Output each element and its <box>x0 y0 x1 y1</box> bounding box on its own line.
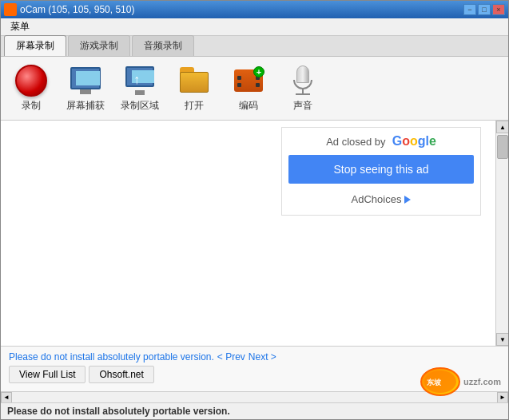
minimize-button[interactable]: − <box>463 4 476 15</box>
tab-bar: 屏幕录制 游戏录制 音频录制 <box>1 36 508 57</box>
watermark: 东坡 uzzf.com <box>420 367 501 396</box>
ohsoft-button[interactable]: Ohsoft.net <box>89 366 153 383</box>
watermark-domain: uzzf.com <box>463 377 501 386</box>
ad-panel: Ad closed by Google Stop seeing this ad … <box>1 121 495 346</box>
adchoices-icon <box>404 196 411 204</box>
adchoices-label: AdChoices <box>352 193 402 205</box>
scrollbar: ▲ ▼ <box>495 121 508 346</box>
view-full-list-button[interactable]: View Full List <box>9 366 85 383</box>
close-button[interactable]: × <box>492 4 505 15</box>
record-button[interactable]: 录制 <box>7 61 55 116</box>
content-area: Ad closed by Google Stop seeing this ad … <box>1 121 508 346</box>
portable-warning-link[interactable]: Please do not install absolutely portabl… <box>9 351 214 363</box>
mic-icon <box>286 65 320 97</box>
watermark-logo: 东坡 <box>420 367 460 396</box>
adchoices-row: AdChoices <box>288 190 474 208</box>
record-area-button[interactable]: ↑ 录制区域 <box>116 61 164 116</box>
menu-item-menu[interactable]: 菜单 <box>4 18 36 35</box>
app-window: oCam (105, 105, 950, 510) − □ × 菜单 屏幕录制 … <box>0 0 509 420</box>
stop-ad-button[interactable]: Stop seeing this ad <box>288 155 474 184</box>
folder-icon <box>177 65 211 97</box>
nav-prev-link[interactable]: < Prev <box>217 351 245 363</box>
encode-label: 编码 <box>239 99 258 113</box>
toolbar: 录制 屏幕捕获 ↑ 录制区域 <box>1 57 508 121</box>
screen-capture-label: 屏幕捕获 <box>66 99 105 113</box>
window-controls: − □ × <box>463 4 505 15</box>
bottom-link-row: Please do not install absolutely portabl… <box>9 351 500 363</box>
title-bar: oCam (105, 105, 950, 510) − □ × <box>1 1 508 18</box>
scroll-down-button[interactable]: ▼ <box>496 333 508 346</box>
screen-capture-button[interactable]: 屏幕捕获 <box>62 61 109 116</box>
open-label: 打开 <box>185 99 204 113</box>
record-icon <box>14 65 48 97</box>
svg-text:东坡: 东坡 <box>427 378 442 386</box>
ad-closed-text: Ad closed by Google <box>288 134 474 149</box>
encode-icon: + <box>232 65 265 97</box>
screen-capture-icon <box>69 65 102 97</box>
scroll-left-button[interactable]: ◄ <box>1 392 12 403</box>
sound-label: 声音 <box>293 99 312 113</box>
encode-button[interactable]: + 编码 <box>225 61 272 116</box>
tab-screen-record[interactable]: 屏幕录制 <box>4 35 66 56</box>
record-area-icon: ↑ <box>123 65 157 97</box>
tab-game-record[interactable]: 游戏录制 <box>68 35 130 56</box>
open-button[interactable]: 打开 <box>170 61 218 116</box>
status-bar: Please do not install absolutely portabl… <box>1 402 508 419</box>
maximize-button[interactable]: □ <box>478 4 491 15</box>
menu-bar: 菜单 <box>1 18 508 36</box>
window-title: oCam (105, 105, 950, 510) <box>20 4 134 15</box>
ad-closed-section: Ad closed by Google Stop seeing this ad … <box>281 127 481 216</box>
app-icon <box>4 3 17 16</box>
nav-next-link[interactable]: Next > <box>249 351 276 363</box>
status-text: Please do not install absolutely portabl… <box>7 406 230 417</box>
record-label: 录制 <box>22 99 41 113</box>
record-area-label: 录制区域 <box>121 99 159 113</box>
scroll-track <box>496 133 508 333</box>
scroll-up-button[interactable]: ▲ <box>496 121 508 133</box>
tab-audio-record[interactable]: 音频录制 <box>132 35 194 56</box>
sound-button[interactable]: 声音 <box>279 61 327 116</box>
google-brand: Google <box>388 134 436 148</box>
scroll-thumb[interactable] <box>497 135 508 159</box>
